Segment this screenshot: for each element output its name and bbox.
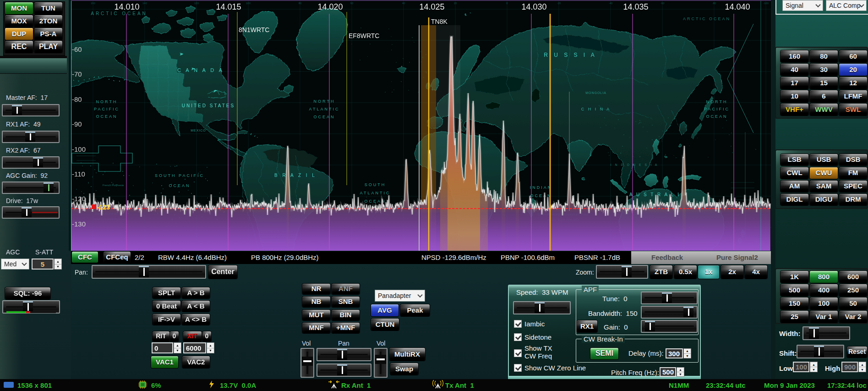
- svg-text:INDIAN: INDIAN: [530, 185, 552, 190]
- svg-text:C H I N A: C H I N A: [581, 107, 611, 111]
- svg-text:-20: -20: [557, 2, 561, 5]
- svg-text:UNITED STATES: UNITED STATES: [182, 103, 235, 108]
- svg-text:OCEAN: OCEAN: [169, 183, 190, 188]
- svg-text:ARCTIC OCEAN: ARCTIC OCEAN: [91, 11, 147, 16]
- svg-text:0: 0: [506, 2, 508, 5]
- svg-text:-60: -60: [661, 2, 665, 5]
- svg-text:NORTH: NORTH: [314, 99, 335, 104]
- svg-text:OCEAN: OCEAN: [96, 114, 117, 119]
- svg-text:French Polynesia: French Polynesia: [103, 184, 124, 187]
- svg-text:-40: -40: [609, 2, 613, 5]
- svg-text:ATLANTIC: ATLANTIC: [309, 107, 340, 111]
- svg-text:160: 160: [91, 2, 96, 5]
- svg-text:MEXICO: MEXICO: [191, 129, 206, 132]
- svg-text:20: 20: [454, 2, 457, 5]
- svg-text:SOUTH PACIFIC: SOUTH PACIFIC: [155, 173, 204, 178]
- svg-text:EF8WRTC: EF8WRTC: [349, 32, 379, 39]
- svg-text:-80: -80: [72, 95, 82, 103]
- svg-text:R U S S I A: R U S S I A: [544, 52, 597, 58]
- svg-text:40: 40: [402, 2, 405, 5]
- svg-text:14.040: 14.040: [725, 2, 750, 11]
- svg-text:ATLANTIC: ATLANTIC: [360, 191, 391, 195]
- svg-text:14.035: 14.035: [623, 2, 648, 11]
- svg-text:MONGOLIA: MONGOLIA: [585, 91, 606, 94]
- svg-text:-130: -130: [72, 220, 86, 228]
- svg-text:SOUTH: SOUTH: [365, 182, 386, 187]
- svg-text:-70: -70: [72, 70, 82, 78]
- svg-text:14.025: 14.025: [419, 2, 444, 11]
- svg-text:-120: -120: [72, 195, 86, 203]
- svg-text:-123: -123: [97, 204, 110, 211]
- svg-text:B R A Z I L: B R A Z I L: [274, 173, 317, 178]
- svg-text:OCEAN: OCEAN: [706, 114, 727, 119]
- svg-text:8N1WRTC: 8N1WRTC: [239, 26, 269, 33]
- svg-text:-100: -100: [763, 2, 769, 5]
- svg-text:NORTH: NORTH: [706, 99, 728, 104]
- svg-text:14.010: 14.010: [114, 2, 139, 11]
- svg-text:-110: -110: [72, 170, 85, 178]
- svg-text:PACIFIC: PACIFIC: [704, 107, 730, 111]
- svg-text:C A N A D A: C A N A D A: [177, 67, 224, 73]
- svg-text:-90: -90: [72, 120, 82, 128]
- svg-text:140: 140: [142, 2, 147, 5]
- svg-text:120: 120: [194, 2, 199, 5]
- svg-text:TN8K: TN8K: [431, 18, 448, 25]
- svg-text:14.015: 14.015: [216, 2, 241, 11]
- svg-text:-60: -60: [72, 45, 82, 53]
- svg-text:NORTH: NORTH: [96, 99, 118, 104]
- svg-text:14.020: 14.020: [317, 2, 343, 11]
- svg-text:-80: -80: [712, 2, 716, 5]
- svg-text:ARCTIC OCEAN: ARCTIC OCEAN: [683, 17, 731, 21]
- svg-text:PACIFIC: PACIFIC: [94, 107, 120, 111]
- svg-text:I N D O N E S I A: I N D O N E S I A: [611, 163, 659, 166]
- svg-text:100: 100: [246, 2, 251, 5]
- svg-text:OCEAN: OCEAN: [313, 115, 335, 119]
- svg-text:60: 60: [350, 2, 354, 5]
- svg-text:80: 80: [299, 2, 302, 5]
- svg-text:14.030: 14.030: [521, 2, 546, 11]
- svg-text:-100: -100: [72, 145, 86, 153]
